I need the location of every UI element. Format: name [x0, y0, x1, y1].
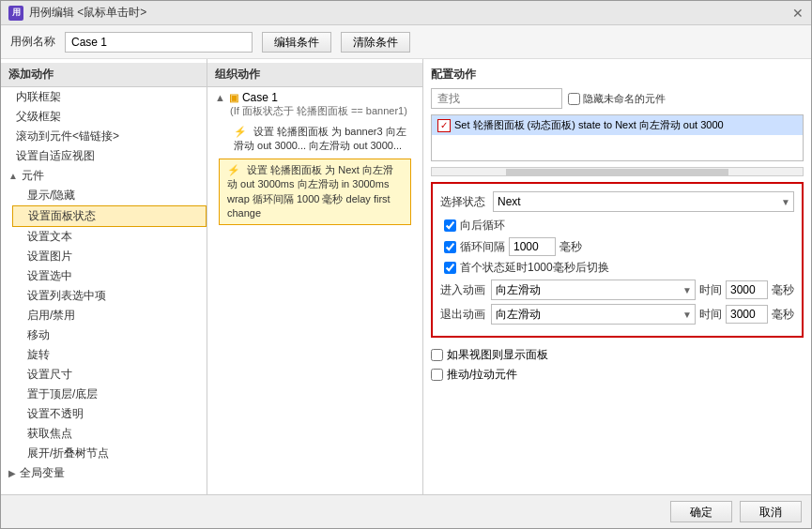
loop-backward-label: 向后循环: [460, 218, 505, 234]
edit-condition-button[interactable]: 编辑条件: [262, 32, 331, 53]
window-title: 用例编辑 <鼠标单击时>: [29, 5, 146, 21]
tree-group-global-vars-label: 全局变量: [20, 465, 65, 481]
state-config-box: 选择状态 Next Previous banner1 banner2 banne…: [431, 182, 804, 338]
left-panel: 添加动作 内联框架 父级框架 滚动到元件<锚链接> 设置自适应视图 ▲ 元件 显…: [1, 59, 207, 494]
action-icon-2: ⚡: [227, 164, 240, 175]
loop-backward-checkbox[interactable]: [444, 219, 456, 232]
scrollbar-area: [431, 167, 804, 176]
exit-anim-select[interactable]: 向左滑动 向右滑动 向上滑动 向下滑动 淡入淡出 无: [491, 304, 696, 325]
tree-item-enable-disable[interactable]: 启用/禁用: [12, 306, 207, 325]
mid-panel-header: 组织动作: [207, 63, 422, 87]
case-tree-icon: ▣: [229, 92, 238, 104]
loop-interval-unit: 毫秒: [559, 239, 582, 255]
toolbar: 用例名称 编辑条件 清除条件: [1, 25, 811, 59]
app-icon: 用: [8, 6, 23, 21]
left-panel-header: 添加动作: [1, 63, 207, 87]
tree-item-set-list-item[interactable]: 设置列表选中项: [12, 286, 207, 306]
panel-list-item-1-text: Set 轮播图面板 (动态面板) state to Next 向左滑动 out …: [454, 118, 724, 132]
case-name: Case 1: [242, 91, 278, 104]
enter-time-unit: 毫秒: [772, 282, 794, 298]
main-content: 添加动作 内联框架 父级框架 滚动到元件<锚链接> 设置自适应视图 ▲ 元件 显…: [1, 59, 811, 494]
tree-group-elements-label: 元件: [22, 168, 44, 184]
mid-panel: 组织动作 ▲ ▣ Case 1 (If 面板状态于 轮播图面板 == banne…: [207, 59, 423, 494]
exit-anim-select-wrapper: 向左滑动 向右滑动 向上滑动 向下滑动 淡入淡出 无 ▼: [491, 304, 696, 325]
state-select[interactable]: Next Previous banner1 banner2 banner3: [493, 191, 794, 212]
loop-backward-row: 向后循环: [440, 218, 794, 234]
show-panel-row: 如果视图则显示面板: [431, 347, 804, 363]
tree-item-expand-collapse[interactable]: 展开/折叠树节点: [12, 444, 207, 463]
cancel-button[interactable]: 取消: [740, 501, 802, 522]
case-expand-arrow: ▲: [215, 92, 225, 103]
case-row: ▲ ▣ Case 1: [215, 91, 415, 104]
tree-item-move[interactable]: 移动: [12, 325, 207, 345]
loop-interval-input[interactable]: [509, 237, 556, 256]
push-pull-row: 推动/拉动元件: [431, 367, 804, 383]
enter-time-input[interactable]: [726, 280, 768, 299]
first-delay-checkbox[interactable]: [444, 262, 456, 274]
state-select-label: 选择状态: [440, 194, 487, 210]
show-panel-label: 如果视图则显示面板: [447, 347, 548, 363]
loop-interval-label: 循环间隔: [460, 239, 505, 255]
exit-time-label: 时间: [699, 307, 722, 323]
state-select-row: 选择状态 Next Previous banner1 banner2 banne…: [440, 191, 794, 212]
exit-time-input[interactable]: [726, 305, 768, 324]
hide-unnamed-text: 隐藏未命名的元件: [583, 92, 666, 106]
footer: 确定 取消: [1, 494, 811, 528]
tree-item-bring-to-top[interactable]: 置于顶层/底层: [12, 385, 207, 404]
tree-item-set-image[interactable]: 设置图片: [12, 247, 207, 266]
tree-item-set-opacity[interactable]: 设置不透明: [12, 404, 207, 424]
tree-group-elements[interactable]: ▲ 元件: [1, 166, 207, 186]
tree-item-set-size[interactable]: 设置尺寸: [12, 365, 207, 385]
expand-arrow-global-vars: ▶: [8, 468, 16, 478]
case-block: ▲ ▣ Case 1 (If 面板状态于 轮播图面板 == banner1) ⚡…: [207, 87, 422, 231]
exit-anim-label: 退出动画: [440, 307, 487, 323]
panel-list-item-1[interactable]: ✓ Set 轮播图面板 (动态面板) state to Next 向左滑动 ou…: [432, 115, 803, 135]
push-pull-label: 推动/拉动元件: [447, 367, 517, 383]
hide-unnamed-checkbox[interactable]: [568, 93, 580, 105]
panel-list: ✓ Set 轮播图面板 (动态面板) state to Next 向左滑动 ou…: [431, 114, 804, 161]
tree-item-set-panel-state[interactable]: 设置面板状态: [12, 205, 207, 227]
first-delay-label: 首个状态延时1000毫秒后切换: [460, 260, 609, 276]
first-delay-row: 首个状态延时1000毫秒后切换: [440, 260, 794, 276]
enter-anim-select[interactable]: 向左滑动 向右滑动 向上滑动 向下滑动 淡入淡出 无: [491, 280, 696, 300]
case-condition: (If 面板状态于 轮播图面板 == banner1): [215, 104, 415, 118]
enter-anim-row: 进入动画 向左滑动 向右滑动 向上滑动 向下滑动 淡入淡出 无 ▼ 时间: [440, 280, 794, 300]
elements-children: 显示/隐藏 设置面板状态 设置文本 设置图片 设置选中 设置列表选中项 启用/禁…: [1, 186, 207, 463]
action-item-1[interactable]: ⚡ 设置 轮播图面板 为 banner3 向左滑动 out 3000... 向左…: [215, 122, 415, 157]
expand-arrow-elements: ▲: [8, 171, 18, 181]
clear-condition-button[interactable]: 清除条件: [341, 32, 410, 53]
panel-checkbox-1[interactable]: ✓: [437, 119, 451, 132]
main-window: 用 用例编辑 <鼠标单击时> ✕ 用例名称 编辑条件 清除条件 添加动作 内联框…: [0, 0, 812, 529]
action-item-2[interactable]: ⚡ 设置 轮播图面板 为 Next 向左滑动 out 3000ms 向左滑动 i…: [219, 159, 411, 226]
hide-unnamed-label: 隐藏未命名的元件: [568, 92, 666, 106]
tree-item-parent-frame[interactable]: 父级框架: [1, 107, 207, 127]
case-name-input[interactable]: [65, 32, 253, 53]
tree-item-inline-frame[interactable]: 内联框架: [1, 87, 207, 107]
search-row: 隐藏未命名的元件: [431, 88, 804, 109]
close-icon[interactable]: ✕: [792, 6, 804, 21]
push-pull-checkbox[interactable]: [431, 369, 443, 381]
tree-item-show-hide[interactable]: 显示/隐藏: [12, 186, 207, 205]
action-icon-1: ⚡: [234, 126, 247, 137]
exit-anim-row: 退出动画 向左滑动 向右滑动 向上滑动 向下滑动 淡入淡出 无 ▼ 时间: [440, 304, 794, 325]
case-name-label: 用例名称: [10, 34, 55, 50]
tree-item-adaptive-view[interactable]: 设置自适应视图: [1, 146, 207, 166]
show-panel-checkbox[interactable]: [431, 349, 443, 361]
config-section-title: 配置动作: [431, 67, 804, 83]
right-panel: 配置动作 隐藏未命名的元件 ✓ Set 轮播图面板 (动态面板) state t…: [423, 59, 811, 494]
enter-time-label: 时间: [699, 282, 722, 298]
tree-item-set-selected[interactable]: 设置选中: [12, 266, 207, 286]
tree-item-set-text[interactable]: 设置文本: [12, 227, 207, 247]
titlebar-left: 用 用例编辑 <鼠标单击时>: [8, 5, 146, 21]
tree-group-global-vars[interactable]: ▶ 全局变量: [1, 463, 207, 483]
tree-item-scroll-to[interactable]: 滚动到元件<锚链接>: [1, 127, 207, 146]
tree-item-rotate[interactable]: 旋转: [12, 345, 207, 365]
ok-button[interactable]: 确定: [670, 501, 732, 522]
search-input[interactable]: [431, 88, 562, 109]
loop-interval-checkbox[interactable]: [444, 241, 456, 253]
titlebar: 用 用例编辑 <鼠标单击时> ✕: [1, 1, 811, 25]
loop-interval-row: 循环间隔 毫秒: [440, 237, 794, 256]
tree-item-focus[interactable]: 获取焦点: [12, 424, 207, 444]
exit-time-unit: 毫秒: [772, 307, 794, 323]
extra-options: 如果视图则显示面板 推动/拉动元件: [431, 343, 804, 390]
